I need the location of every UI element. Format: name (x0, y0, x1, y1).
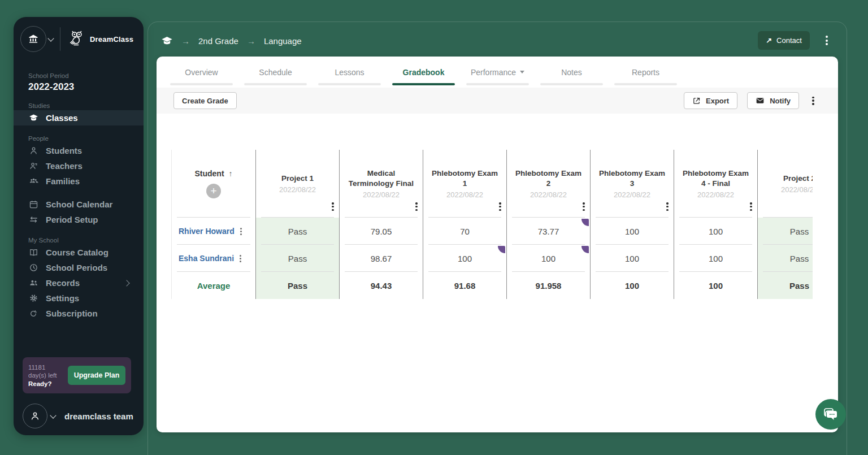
grade-cell[interactable]: Pass (758, 245, 813, 272)
swap-icon (28, 215, 38, 224)
export-label: Export (706, 97, 729, 105)
sidebar-item-students[interactable]: Students (14, 143, 144, 158)
sidebar-item-teachers[interactable]: Teachers (14, 158, 144, 174)
grade-cell[interactable]: 73.77 (507, 218, 590, 245)
sidebar-item-label: Course Catalog (46, 248, 108, 257)
grade-cell[interactable]: 100 (507, 245, 590, 272)
tab-schedule[interactable]: Schedule (238, 57, 313, 88)
grade-cell[interactable]: 100 (423, 245, 506, 272)
toolbar-kebab-menu-icon[interactable] (812, 97, 814, 105)
brand[interactable]: DreamClass (66, 29, 133, 49)
upgrade-days-text: 11181 day(s) left Ready? (28, 363, 64, 388)
sidebar-item-label: Records (46, 278, 80, 288)
sidebar-item-school-periods[interactable]: School Periods (14, 260, 144, 275)
sidebar-section: School CalendarPeriod Setup (14, 197, 144, 227)
school-switcher-button[interactable] (20, 26, 46, 52)
student-name-link[interactable]: Rhiver Howard (179, 227, 235, 236)
sidebar-item-settings[interactable]: Settings (14, 291, 144, 306)
chevron-down-icon (47, 35, 54, 41)
tab-label: Reports (632, 68, 659, 77)
refresh-icon (28, 309, 38, 318)
sidebar-item-period-setup[interactable]: Period Setup (14, 212, 144, 227)
column-menu-kebab-icon[interactable] (415, 202, 418, 211)
student-menu-kebab-icon[interactable] (240, 255, 241, 262)
comment-flag-icon (498, 246, 505, 253)
column-project-1: Project 12022/08/22PassPassPass (255, 150, 339, 299)
tab-gradebook[interactable]: Gradebook (387, 57, 461, 88)
student-header: Student (172, 150, 255, 218)
arrow-right-icon (247, 36, 255, 46)
export-button[interactable]: Export (684, 92, 737, 109)
sidebar-item-label: Teachers (46, 161, 83, 171)
grade-cell[interactable]: 100 (674, 218, 757, 245)
sidebar-item-label: School Calendar (46, 200, 112, 209)
upgrade-plan-button[interactable]: Upgrade Plan (68, 366, 125, 385)
create-grade-label: Create Grade (182, 97, 228, 105)
grade-cell[interactable]: 100 (674, 245, 757, 272)
student-name-link[interactable]: Esha Sundrani (179, 254, 234, 263)
column-menu-kebab-icon[interactable] (666, 202, 669, 211)
header-kebab-menu-icon[interactable] (826, 36, 828, 45)
sidebar-item-families[interactable]: Families (14, 174, 144, 189)
column-date: 2022/08/22 (697, 190, 734, 199)
breadcrumb-subject[interactable]: Language (264, 36, 302, 46)
average-grade-cell: 100 (591, 272, 674, 299)
student-header-title: Student (194, 169, 232, 178)
tab-reports[interactable]: Reports (609, 57, 683, 88)
grade-cell[interactable]: 98.67 (340, 245, 423, 272)
tab-notes[interactable]: Notes (535, 57, 609, 88)
sidebar-item-records[interactable]: Records (14, 275, 144, 291)
sidebar-nav: StudiesClassesPeopleStudentsTeachersFami… (14, 102, 144, 321)
families-icon (28, 176, 38, 186)
school-period-block: School Period 2022-2023 (14, 52, 144, 93)
create-grade-button[interactable]: Create Grade (173, 92, 237, 109)
sidebar-item-label: Classes (46, 113, 78, 123)
sort-ascending-icon[interactable] (229, 169, 233, 178)
user-menu[interactable]: dreamclass team (23, 404, 133, 428)
average-grade-cell: 91.68 (423, 272, 506, 299)
average-grade-cell: 94.43 (340, 272, 423, 299)
sidebar-section-studies: StudiesClasses (14, 102, 144, 125)
column-header: Phlebotomy Exam 12022/08/22 (423, 150, 506, 218)
sidebar-item-subscription[interactable]: Subscription (14, 306, 144, 321)
upgrade-banner: 11181 day(s) left Ready? Upgrade Plan (23, 357, 131, 393)
tab-bar: OverviewScheduleLessonsGradebookPerforma… (157, 57, 838, 88)
column-student: StudentRhiver HowardEsha SundraniAverage (171, 150, 255, 299)
tab-overview[interactable]: Overview (164, 57, 238, 88)
sidebar: DreamClass School Period 2022-2023 Studi… (14, 17, 144, 435)
sidebar-item-course-catalog[interactable]: Course Catalog (14, 245, 144, 260)
column-menu-kebab-icon[interactable] (583, 202, 585, 211)
column-phlebotomy-exam-2: Phlebotomy Exam 22022/08/2273.7710091.95… (506, 150, 590, 299)
sidebar-item-school-calendar[interactable]: School Calendar (14, 197, 144, 212)
grade-cell[interactable]: 100 (591, 245, 674, 272)
chat-widget-button[interactable] (815, 399, 846, 430)
add-student-button[interactable] (206, 184, 221, 198)
column-menu-kebab-icon[interactable] (499, 202, 501, 211)
grade-cell[interactable]: Pass (256, 245, 339, 272)
chevron-down-icon (50, 412, 56, 418)
grade-cell[interactable]: 70 (423, 218, 506, 245)
grade-cell[interactable]: 79.05 (340, 218, 423, 245)
tab-lessons[interactable]: Lessons (313, 57, 387, 88)
column-menu-kebab-icon[interactable] (332, 202, 334, 211)
column-header: Medical Terminology Final2022/08/22 (340, 150, 423, 218)
notify-button[interactable]: Notify (747, 92, 799, 109)
grade-cell[interactable]: 100 (591, 218, 674, 245)
grade-table-viewport[interactable]: StudentRhiver HowardEsha SundraniAverage… (171, 150, 813, 299)
student-menu-kebab-icon[interactable] (240, 228, 242, 235)
grade-cell[interactable]: Pass (256, 218, 339, 245)
calendar-icon (28, 200, 38, 209)
grade-cell[interactable]: Pass (758, 218, 813, 245)
breadcrumb-grade[interactable]: 2nd Grade (198, 36, 238, 46)
column-title: Phlebotomy Exam 2 (513, 168, 584, 188)
sidebar-section-people: PeopleStudentsTeachersFamilies (14, 135, 144, 189)
sidebar-header: DreamClass (14, 17, 144, 52)
column-phlebotomy-exam-4-final: Phlebotomy Exam 4 - Final2022/08/2210010… (674, 150, 757, 299)
tab-label: Notes (561, 68, 582, 77)
column-header: Phlebotomy Exam 32022/08/22 (591, 150, 674, 218)
column-menu-kebab-icon[interactable] (750, 202, 752, 211)
sidebar-item-classes[interactable]: Classes (14, 110, 144, 125)
contact-button[interactable]: Contact (758, 31, 810, 50)
column-phlebotomy-exam-3: Phlebotomy Exam 32022/08/22100100100 (590, 150, 674, 299)
tab-performance[interactable]: Performance (461, 57, 535, 88)
